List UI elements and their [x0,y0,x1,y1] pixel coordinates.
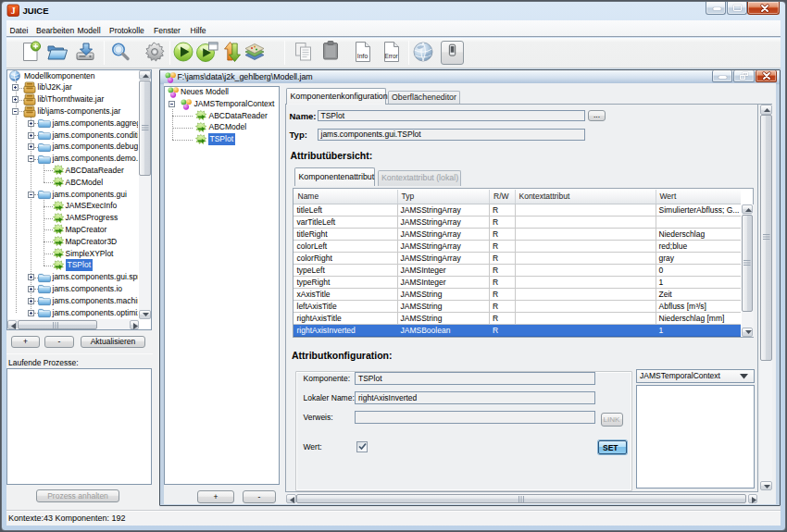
svg-text:J: J [11,6,16,16]
svg-text:Info: Info [357,53,369,59]
svg-text:Error: Error [384,53,398,59]
